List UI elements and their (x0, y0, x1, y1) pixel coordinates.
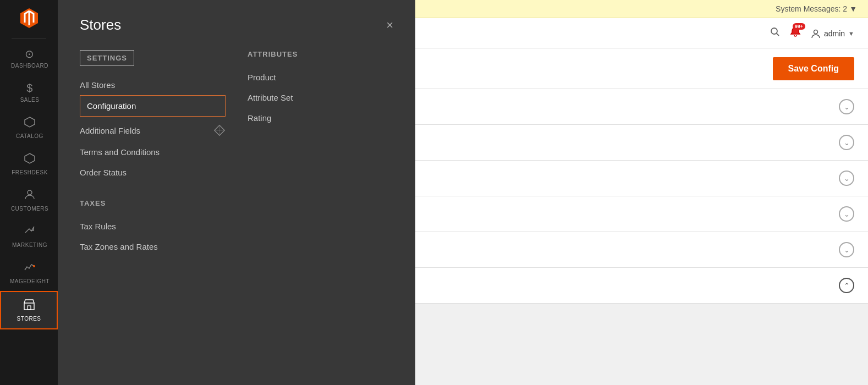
freshdesk-icon (24, 152, 36, 167)
marketing-icon (24, 225, 36, 240)
stores-panel: Stores × Settings All Stores Configurati… (58, 0, 415, 385)
sidebar-item-sales[interactable]: $ SALES (0, 75, 58, 109)
menu-item-additional-fields[interactable]: Additional Fields (80, 119, 226, 142)
sidebar-item-magedeight[interactable]: MAGEDEIGHT (0, 255, 58, 291)
svg-point-1 (28, 190, 32, 195)
menu-item-terms-conditions[interactable]: Terms and Conditions (80, 142, 226, 162)
user-icon (811, 29, 821, 38)
sidebar-item-label: CUSTOMERS (11, 206, 48, 212)
attributes-heading: Attributes (248, 50, 393, 58)
collapse-row-2[interactable]: ⌄ (839, 135, 854, 150)
menu-item-rating[interactable]: Rating (248, 108, 393, 128)
collapse-row-4[interactable]: ⌄ (839, 206, 854, 222)
settings-section: Settings All Stores Configuration Additi… (80, 50, 226, 183)
dashboard-icon: ⊙ (25, 47, 35, 61)
menu-item-tax-zones-rates[interactable]: Tax Zones and Rates (80, 237, 226, 257)
menu-item-product[interactable]: Product (248, 67, 393, 87)
sidebar-item-label: STORES (17, 316, 41, 322)
system-messages[interactable]: System Messages: 2 ▼ (776, 4, 857, 13)
chevron-down-icon: ⌄ (844, 139, 850, 147)
sidebar-item-marketing[interactable]: MARKETING (0, 218, 58, 255)
system-messages-chevron-icon: ▼ (849, 4, 857, 13)
menu-item-order-status[interactable]: Order Status (80, 162, 226, 183)
svg-point-5 (771, 28, 777, 34)
sidebar-item-label: MARKETING (12, 242, 47, 248)
chevron-up-icon: ⌃ (844, 282, 850, 290)
sidebar-item-label: SALES (20, 97, 40, 103)
search-icon (770, 27, 780, 37)
magento-logo-icon (18, 7, 40, 29)
sales-icon: $ (26, 82, 33, 95)
stores-panel-header: Stores × (80, 16, 393, 34)
sidebar-divider (12, 38, 46, 38)
collapse-row-3[interactable]: ⌄ (839, 170, 854, 186)
close-button[interactable]: × (386, 19, 393, 31)
admin-user-menu[interactable]: admin ▼ (811, 29, 854, 38)
menu-item-tax-rules[interactable]: Tax Rules (80, 216, 226, 237)
sidebar-item-catalog[interactable]: CATALOG (0, 109, 58, 146)
sidebar-item-customers[interactable]: CUSTOMERS (0, 182, 58, 218)
taxes-section: Taxes Tax Rules Tax Zones and Rates (80, 199, 226, 257)
notification-badge: 99+ (793, 23, 805, 30)
sidebar-item-label: FRESHDESK (12, 169, 48, 175)
notification-bell[interactable]: 99+ (790, 26, 801, 40)
menu-item-attribute-set[interactable]: Attribute Set (248, 87, 393, 108)
sidebar-item-label: DASHBOARD (11, 63, 48, 69)
menu-item-configuration[interactable]: Configuration (80, 95, 226, 117)
svg-line-6 (776, 34, 779, 36)
menu-item-all-stores[interactable]: All Stores (80, 75, 226, 95)
settings-heading: Settings (80, 50, 134, 66)
sidebar-logo (0, 0, 58, 36)
chevron-down-icon: ⌄ (844, 103, 850, 111)
collapse-row-6[interactable]: ⌃ (839, 278, 854, 293)
svg-point-2 (33, 265, 35, 267)
diamond-icon (213, 124, 226, 136)
magedeight-icon (24, 261, 36, 276)
attributes-section: Attributes Product Attribute Set Rating (248, 50, 393, 128)
chevron-down-icon: ⌄ (844, 246, 850, 254)
sidebar-item-dashboard[interactable]: ⊙ DASHBOARD (0, 41, 58, 75)
stores-panel-title: Stores (80, 16, 121, 34)
customers-icon (24, 189, 36, 204)
panel-right-col: Attributes Product Attribute Set Rating (248, 50, 393, 273)
sidebar-item-stores[interactable]: STORES (0, 291, 58, 329)
sidebar: ⊙ DASHBOARD $ SALES CATALOG FRESHDESK CU… (0, 0, 58, 385)
search-button[interactable] (770, 27, 780, 40)
admin-label: admin (824, 29, 845, 38)
chevron-down-icon: ⌄ (844, 210, 850, 218)
panel-columns: Settings All Stores Configuration Additi… (80, 50, 393, 273)
svg-rect-3 (24, 303, 34, 310)
admin-chevron-icon: ▼ (848, 30, 854, 37)
sidebar-item-label: CATALOG (16, 133, 43, 139)
sidebar-item-label: MAGEDEIGHT (10, 278, 50, 284)
panel-left-col: Settings All Stores Configuration Additi… (80, 50, 226, 273)
svg-point-7 (814, 30, 817, 34)
sidebar-item-freshdesk[interactable]: FRESHDESK (0, 146, 58, 182)
svg-rect-4 (28, 306, 31, 310)
save-config-button[interactable]: Save Config (773, 57, 854, 80)
catalog-icon (24, 116, 36, 131)
chevron-down-icon: ⌄ (844, 174, 850, 183)
collapse-row-1[interactable]: ⌄ (839, 99, 854, 114)
collapse-row-5[interactable]: ⌄ (839, 242, 854, 257)
stores-icon (23, 299, 35, 314)
taxes-heading: Taxes (80, 199, 226, 207)
